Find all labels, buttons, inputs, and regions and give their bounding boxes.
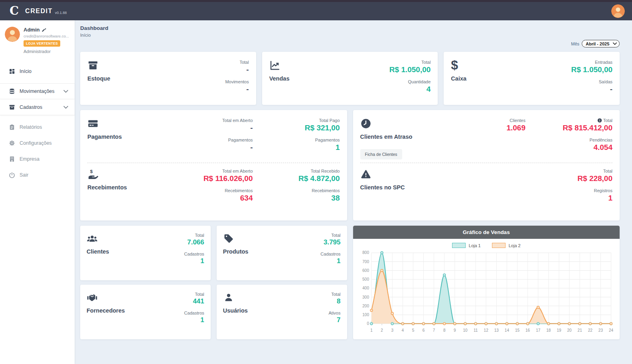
dashed-divider [87,163,340,163]
metric-value: 1 [184,257,204,265]
card-title: Vendas [269,75,290,82]
metric-value: R$ 116.026,00 [166,174,253,183]
metric-value: 3.795 [320,238,340,246]
user-avatar-button[interactable] [611,4,625,18]
metric-value: 1 [184,316,204,324]
metric-label: Total [184,292,204,297]
recebimentos-section: $ Recebimentos Total em AbertoR$ 116.026… [87,169,340,212]
profile-role: Administrador [24,49,69,54]
edit-profile-icon[interactable] [41,28,46,32]
card-estoque: Estoque Total- Movimentos- [80,52,256,105]
metric-label: Total Recebido [253,169,340,173]
main-content: Dashboard Início Mês Abril - 2025 Es [75,20,632,364]
metric-value: 1 [320,257,340,265]
metric-label: Total [225,60,249,65]
svg-text:400: 400 [362,286,369,290]
metric-value: 4 [389,85,431,94]
profile-avatar[interactable] [5,27,20,42]
svg-text:1: 1 [370,328,373,333]
app-logo: C [10,4,19,18]
dashed-divider [360,163,613,163]
chart-legend: Loja 1Loja 2 [359,243,614,248]
metric-value: 1 [253,143,340,152]
chart-title: Gráfico de Vendas [353,226,620,239]
metric-value: 1 [525,194,612,203]
sidebar-item-sair[interactable]: Sair [0,167,75,183]
metric-label: Quantidade [389,79,431,84]
ficha-de-clientes-button[interactable]: Ficha de Clientes [360,149,402,159]
metric-label: Cadastros [184,252,204,256]
svg-text:11: 11 [473,328,478,333]
svg-text:13: 13 [494,328,499,333]
card-title: Clientes [87,248,109,255]
sidebar-item-cadastros[interactable]: Cadastros [0,99,75,115]
svg-text:5: 5 [412,328,414,333]
svg-text:18: 18 [546,328,551,333]
sidebar-item-label: Cadastros [20,104,42,110]
sidebar-item-label: Configurações [20,140,52,146]
svg-text:10: 10 [463,328,468,333]
handshake-icon [87,292,98,303]
metric-value: 441 [184,297,204,305]
metric-label: Total [525,169,612,173]
svg-text:200: 200 [362,304,369,308]
svg-text:100: 100 [362,313,369,317]
profile-name: Admin [24,27,40,33]
svg-text:15: 15 [515,328,519,333]
metric-value: 8 [329,297,341,305]
sidebar-item-configuracoes[interactable]: Configurações [0,135,75,151]
hand-dollar-icon: $ [87,169,99,180]
metric-value: - [166,124,253,132]
metric-value: - [225,85,249,94]
metric-label: Pagamentos [166,138,253,142]
legend-swatch [452,243,466,248]
dollar-icon: $ [451,60,462,71]
card-usuarios: Usuários Total8 Ativos7 [217,285,347,339]
svg-text:3: 3 [391,328,393,333]
svg-text:24: 24 [608,328,613,333]
month-select[interactable]: Abril - 2025 [582,40,620,47]
breadcrumb: Início [80,33,620,37]
sidebar-item-label: Movimentações [20,89,55,94]
card-fornecedores: Fornecedores Total441 Cadastros1 [80,285,211,339]
sales-chart: 0100200300400500600700800123456789101112… [359,250,614,333]
svg-text:700: 700 [362,260,369,264]
metric-label: Total Pago [253,118,340,123]
legend-label: Loja 2 [509,243,521,248]
sidebar-item-relatorios[interactable]: Relatórios [0,119,75,135]
card-title: Estoque [87,75,110,82]
page-title: Dashboard [80,25,620,31]
card-title: Usuários [223,307,248,314]
metric-value: - [571,85,612,94]
svg-text:22: 22 [588,328,592,333]
user-icon [223,292,234,303]
sidebar-item-label: Relatórios [20,124,42,130]
svg-text:$: $ [90,169,93,174]
svg-text:300: 300 [362,295,369,299]
archive-icon [9,104,15,110]
sidebar-item-empresa[interactable]: Empresa [0,151,75,167]
metric-label: Saídas [571,79,612,84]
card-title: Clientes no SPC [360,184,405,191]
chevron-down-icon [63,106,68,109]
profile-section: Admin credit@anronsoftware.co... LOJA VE… [0,20,75,58]
legend-label: Loja 1 [469,243,481,248]
clientes-spc-section: Clientes no SPC TotalR$ 228,00 Registros… [360,169,613,212]
sidebar-item-movimentacoes[interactable]: Movimentações [0,83,75,99]
chevron-down-icon [63,90,68,93]
chart-line-icon [269,60,280,71]
card-produtos: Produtos Total3.795 Cadastros1 [217,226,347,280]
svg-text:21: 21 [577,328,582,333]
tag-icon [223,233,234,244]
metric-value: R$ 1.050,00 [571,65,612,74]
svg-text:20: 20 [567,328,572,333]
card-title: Produtos [223,248,249,255]
card-clientes: Clientes Total7.066 Cadastros1 [80,226,211,280]
svg-text:0: 0 [367,321,369,326]
card-caixa: $ Caixa EntradasR$ 1.050,00 Saídas- [444,52,620,105]
clipboard-icon [9,124,15,130]
sidebar: Admin credit@anronsoftware.co... LOJA VE… [0,20,75,364]
sidebar-item-inicio[interactable]: Início [0,63,75,79]
metric-label: Total [603,118,612,123]
info-icon [597,118,602,123]
